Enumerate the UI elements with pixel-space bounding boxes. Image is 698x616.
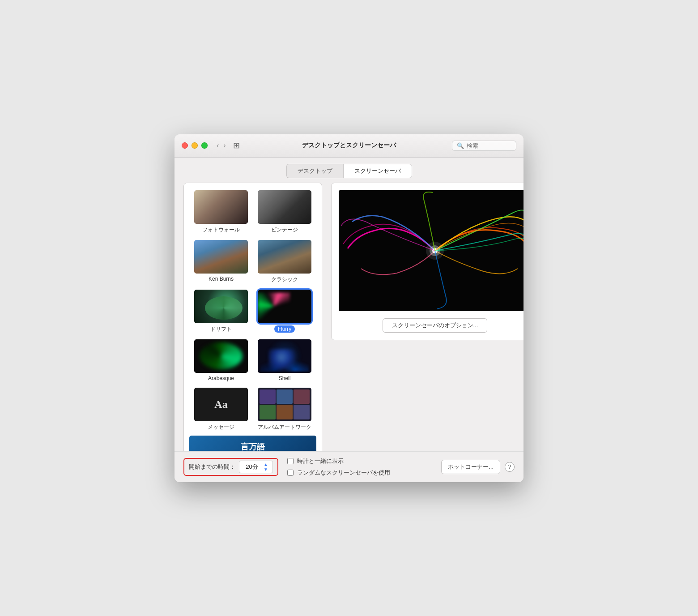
item-label-album: アルバムアートワーク (258, 424, 311, 431)
random-screensaver-checkbox[interactable] (287, 470, 294, 476)
thumbnail-classic (258, 240, 311, 274)
tab-screensaver[interactable]: スクリーンセーバ (343, 164, 412, 178)
checkbox-row-clock: 時計と一緒に表示 (287, 457, 432, 465)
stepper-arrows: ▲ ▼ (263, 462, 269, 472)
list-item[interactable]: アルバムアートワーク (253, 384, 316, 434)
flurry-preview-svg (339, 190, 524, 311)
list-item[interactable]: クラシック (253, 236, 316, 286)
options-button[interactable]: スクリーンセーバのオプション... (383, 318, 488, 333)
random-screensaver-label: ランダムなスクリーンセーバを使用 (297, 469, 390, 477)
item-label-fotowahl: フォトウォール (202, 226, 240, 234)
list-item[interactable]: Shell (253, 336, 316, 384)
preview-image (339, 190, 524, 311)
bottom-bar: 開始までの時間： 20分 ▲ ▼ 時計と一緒に表示 ランダムなスクリーンセーバを… (174, 451, 524, 482)
item-label-vintage: ビンテージ (271, 226, 298, 234)
time-control: 開始までの時間： 20分 ▲ ▼ (183, 458, 278, 476)
search-input[interactable] (467, 142, 511, 149)
list-item[interactable]: Ken Burns (189, 236, 253, 286)
time-value: 20分 (243, 463, 261, 471)
time-label: 開始までの時間： (189, 463, 235, 471)
nav-buttons: ‹ › (215, 141, 228, 150)
item-label-message: メッセージ (208, 424, 234, 431)
list-item[interactable]: ドリフト (189, 286, 253, 336)
hot-corners-button[interactable]: ホットコーナー... (441, 460, 500, 474)
content-area: フォトウォール ビンテージ Ken Burns (174, 178, 524, 451)
screensaver-grid: フォトウォール ビンテージ Ken Burns (186, 187, 320, 434)
minimize-button[interactable] (192, 142, 198, 149)
show-clock-label: 時計と一緒に表示 (297, 457, 344, 465)
search-box[interactable]: 🔍 (452, 141, 516, 151)
tab-desktop[interactable]: デスクトップ (286, 164, 343, 178)
list-item[interactable]: フォトウォール (189, 187, 253, 236)
list-item[interactable]: Arabesque (189, 336, 253, 384)
checkbox-row-random: ランダムなスクリーンセーバを使用 (287, 469, 432, 477)
item-label-shell: Shell (279, 375, 291, 381)
show-clock-checkbox[interactable] (287, 458, 294, 464)
increment-button[interactable]: ▲ (263, 462, 269, 467)
right-panel: スクリーンセーバのオプション... (322, 183, 524, 451)
item-label-arabesque: Arabesque (208, 375, 234, 381)
thumbnail-message: Aa (194, 388, 248, 421)
main-window: ‹ › ⊞ デスクトップとスクリーンセーバ 🔍 デスクトップ スクリーンセーバ … (174, 134, 524, 482)
tab-bar: デスクトップ スクリーンセーバ (174, 158, 524, 178)
forward-button[interactable]: › (221, 141, 227, 150)
screensaver-list: フォトウォール ビンテージ Ken Burns (183, 183, 322, 451)
list-item[interactable]: ビンテージ (253, 187, 316, 236)
checkboxes: 時計と一緒に表示 ランダムなスクリーンセーバを使用 (287, 457, 432, 477)
thumbnail-shell (258, 339, 311, 373)
item-label-kenburns: Ken Burns (209, 276, 234, 282)
time-stepper[interactable]: 20分 ▲ ▼ (239, 461, 273, 473)
close-button[interactable] (182, 142, 188, 149)
ichiman-label: 言万語 (241, 441, 265, 451)
thumbnail-flurry (258, 290, 311, 323)
traffic-lights (182, 142, 208, 149)
window-title: デスクトップとスクリーンセーバ (302, 141, 396, 150)
right-controls: ホットコーナー... ? (441, 460, 515, 474)
decrement-button[interactable]: ▼ (263, 467, 269, 472)
search-icon: 🔍 (457, 142, 464, 149)
item-label-flurry: Flurry (274, 325, 295, 333)
thumbnail-drift (194, 290, 248, 323)
back-button[interactable]: ‹ (215, 141, 221, 150)
thumbnail-fotowahl (194, 190, 248, 224)
thumbnail-kenburns (194, 240, 248, 274)
maximize-button[interactable] (201, 142, 208, 149)
item-label-classic: クラシック (271, 276, 298, 283)
help-button[interactable]: ? (505, 462, 515, 472)
preview-box: スクリーンセーバのオプション... (331, 183, 524, 340)
titlebar: ‹ › ⊞ デスクトップとスクリーンセーバ 🔍 (174, 134, 524, 158)
item-label-drift: ドリフト (210, 325, 232, 333)
list-item[interactable]: Aa メッセージ (189, 384, 253, 434)
thumbnail-ichiman: 言万語 (189, 436, 316, 451)
list-item[interactable]: Flurry (253, 286, 316, 336)
thumbnail-arabesque (194, 339, 248, 373)
grid-view-button[interactable]: ⊞ (231, 140, 242, 151)
thumbnail-album (258, 388, 311, 421)
list-item-partial[interactable]: 言万語 (186, 434, 320, 451)
thumbnail-vintage (258, 190, 311, 224)
